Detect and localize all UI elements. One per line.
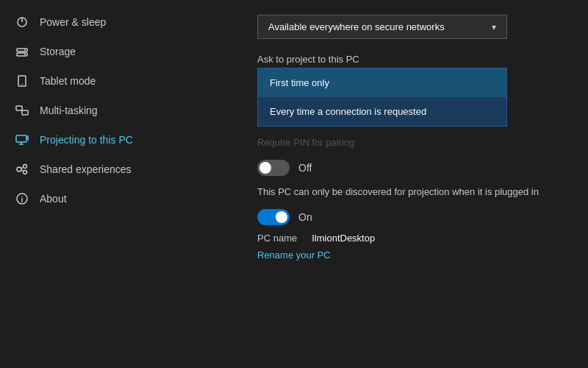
svg-text:i: i (21, 196, 24, 204)
discoverable-toggle-row: On (257, 209, 566, 225)
sidebar-item-about[interactable]: i About (0, 184, 235, 213)
sidebar-item-tablet-mode-label: Tablet mode (40, 75, 96, 87)
discoverable-description: This PC can only be discovered for proje… (257, 186, 566, 197)
svg-rect-10 (16, 135, 26, 142)
multi-tasking-icon (15, 103, 29, 118)
ask-project-label: Ask to project to this PC (257, 54, 566, 65)
require-pin-toggle-label: Off (298, 162, 312, 174)
availability-dropdown[interactable]: Available everywhere on secure networks … (257, 15, 507, 39)
svg-line-18 (21, 167, 24, 169)
svg-point-15 (17, 167, 21, 171)
svg-rect-9 (22, 110, 28, 115)
power-sleep-icon (15, 15, 29, 29)
chevron-down-icon: ▾ (492, 22, 496, 32)
svg-point-17 (24, 171, 27, 174)
svg-rect-8 (16, 106, 22, 110)
svg-point-5 (24, 54, 26, 55)
sidebar-item-tablet-mode[interactable]: Tablet mode (0, 66, 235, 96)
projecting-icon (15, 132, 29, 147)
require-pin-toggle[interactable] (257, 160, 290, 176)
sidebar-item-power-sleep-label: Power & sleep (40, 16, 106, 28)
dropdown-option-every-time[interactable]: Every time a connection is requested (258, 97, 506, 126)
arrow-decoration (235, 57, 243, 89)
shared-experiences-icon (15, 162, 29, 177)
ask-project-dropdown-menu: First time only Every time a connection … (257, 68, 507, 127)
sidebar-item-shared-experiences-label: Shared experiences (40, 163, 132, 175)
sidebar-item-power-sleep[interactable]: Power & sleep (0, 7, 235, 37)
sidebar-item-multi-tasking-label: Multi-tasking (40, 105, 98, 116)
sidebar-item-shared-experiences[interactable]: Shared experiences (0, 155, 235, 184)
sidebar-item-projecting-label: Projecting to this PC (40, 134, 133, 146)
require-pin-toggle-row: Off (257, 160, 566, 176)
storage-icon (15, 44, 29, 59)
about-icon: i (15, 191, 29, 206)
sidebar: Power & sleep Storage Tablet mode (0, 0, 235, 368)
availability-dropdown-container: Available everywhere on secure networks … (257, 15, 566, 39)
availability-dropdown-value: Available everywhere on secure networks (268, 21, 445, 32)
rename-pc-link[interactable]: Rename your PC (257, 250, 331, 261)
sidebar-item-multi-tasking[interactable]: Multi-tasking (0, 96, 235, 125)
tablet-mode-icon (15, 74, 29, 88)
main-content: Available everywhere on secure networks … (235, 0, 588, 368)
toggle-knob-on (276, 211, 287, 223)
svg-point-16 (24, 165, 27, 169)
toggle-knob (259, 162, 271, 174)
sidebar-item-storage[interactable]: Storage (0, 37, 235, 66)
sidebar-item-projecting[interactable]: Projecting to this PC (0, 125, 235, 155)
require-pin-label: Require PIN for pairing (257, 137, 566, 148)
svg-line-19 (21, 170, 24, 171)
sidebar-item-about-label: About (40, 193, 67, 205)
pc-name-value: IlmiontDesktop (312, 233, 375, 244)
sidebar-item-storage-label: Storage (40, 46, 76, 57)
pc-name-row: PC name IlmiontDesktop (257, 233, 566, 244)
discoverable-toggle[interactable] (257, 209, 290, 225)
svg-point-4 (24, 49, 26, 51)
dropdown-option-first-time[interactable]: First time only (258, 68, 506, 97)
discoverable-toggle-label: On (298, 211, 312, 223)
pc-name-label: PC name (257, 233, 297, 244)
